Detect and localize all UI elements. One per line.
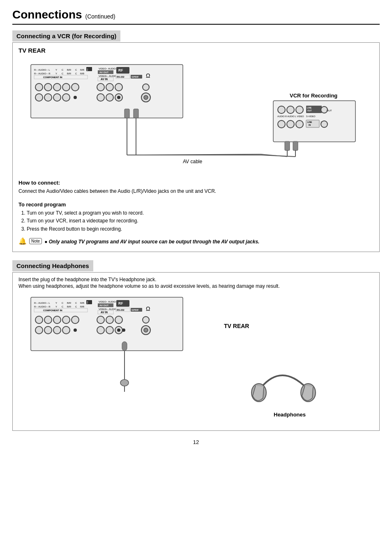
svg-text:R←AUDIO←R: R←AUDIO←R	[34, 305, 51, 308]
headphones-diagram: R←AUDIO←L Y C B/R C R/B 2 R←AUDIO←R Y C …	[18, 293, 372, 425]
svg-point-123	[97, 316, 104, 324]
vcr-diagram: R←AUDIO←L Y C B/R C R/B 2 R←AUDIO←R Y C …	[18, 56, 372, 176]
step-1: Turn on your TV, select a program you wi…	[27, 209, 374, 217]
svg-point-125	[115, 316, 122, 324]
svg-text:C: C	[75, 72, 77, 75]
svg-point-32	[35, 83, 43, 91]
headphones-diagram-svg: R←AUDIO←L Y C B/R C R/B 2 R←AUDIO←R Y C …	[18, 293, 372, 429]
svg-text:Ω: Ω	[146, 305, 150, 312]
page-number: 12	[12, 439, 380, 445]
svg-text:Ω: Ω	[146, 72, 150, 79]
svg-text:C: C	[62, 305, 64, 308]
svg-text:AUDIO R  AUDIO L  VIDEO: AUDIO R AUDIO L VIDEO	[277, 115, 304, 118]
svg-point-72	[278, 120, 285, 128]
svg-point-129	[53, 326, 61, 334]
svg-point-41	[35, 94, 43, 101]
svg-text:R←AUDIO←R: R←AUDIO←R	[34, 72, 51, 75]
svg-text:C: C	[62, 72, 64, 75]
svg-point-34	[53, 83, 61, 91]
svg-text:R/B: R/B	[80, 302, 84, 304]
svg-rect-52	[125, 109, 129, 118]
to-record-heading: To record program	[18, 201, 374, 208]
svg-point-132	[97, 326, 104, 334]
svg-point-43	[53, 94, 61, 101]
vcr-section: Connecting a VCR (for Recording) TV REAR…	[12, 30, 380, 252]
svg-point-122	[71, 316, 79, 324]
svg-text:R←AUDIO←L: R←AUDIO←L	[34, 69, 50, 71]
svg-text:B/R: B/R	[67, 69, 71, 71]
note-tag: Note	[29, 238, 42, 244]
svg-text:LINE: LINE	[307, 121, 312, 123]
svg-text:B/R: B/R	[67, 72, 71, 75]
vcr-section-header-row: Connecting a VCR (for Recording)	[12, 30, 380, 42]
svg-point-40	[143, 84, 149, 90]
svg-point-124	[106, 316, 113, 324]
vcr-diagram-svg: R←AUDIO←L Y C B/R C R/B 2 R←AUDIO←R Y C …	[18, 56, 372, 176]
svg-text:RF: RF	[118, 68, 123, 72]
note-icon: 🔔	[18, 237, 27, 245]
note-box: 🔔 Note Only analog TV programs and AV in…	[18, 237, 374, 246]
svg-text:AV OUT: AV OUT	[99, 71, 109, 74]
svg-point-73	[287, 120, 294, 128]
svg-text:C: C	[62, 302, 64, 304]
svg-point-131	[74, 328, 77, 332]
svg-text:Headphones: Headphones	[274, 412, 306, 418]
svg-text:COMPONENT IN: COMPONENT IN	[43, 309, 62, 312]
how-to-connect-text: Connect the Audio/Video cables between t…	[18, 187, 374, 195]
svg-text:B/R: B/R	[67, 305, 71, 308]
svg-rect-81	[293, 141, 298, 150]
svg-text:Y: Y	[55, 305, 57, 308]
svg-text:S-VIDEO: S-VIDEO	[306, 115, 316, 118]
svg-text:AV OUT: AV OUT	[99, 304, 109, 307]
svg-point-127	[35, 326, 43, 334]
svg-point-120	[53, 316, 61, 324]
svg-point-37	[97, 83, 104, 91]
svg-point-46	[97, 94, 104, 101]
svg-point-51	[117, 96, 120, 99]
svg-point-63	[287, 106, 294, 113]
svg-text:COMPONENT IN: COMPONENT IN	[43, 76, 62, 79]
svg-line-85	[261, 155, 295, 157]
svg-point-42	[44, 94, 52, 101]
svg-text:LINE: LINE	[307, 106, 312, 109]
headphones-section: Connecting Headphones Insert the plug of…	[12, 260, 380, 431]
svg-text:VCR for Recording: VCR for Recording	[290, 92, 337, 99]
steps-list: Turn on your TV, select a program you wi…	[27, 209, 374, 233]
svg-point-33	[44, 83, 52, 91]
svg-text:R←AUDIO←L: R←AUDIO←L	[34, 302, 50, 304]
svg-text:Y: Y	[55, 69, 57, 71]
svg-text:R/B: R/B	[80, 305, 84, 308]
headphones-desc-1: Insert the plug of the headphone into th…	[18, 277, 374, 282]
svg-text:OUT: OUT	[327, 109, 332, 112]
svg-text:S/PDIF: S/PDIF	[131, 309, 139, 311]
svg-point-142	[120, 379, 129, 386]
page-title-area: Connections (Continued)	[12, 8, 380, 25]
svg-text:B/R: B/R	[67, 302, 71, 304]
vcr-instructions: How to connect: Connect the Audio/Video …	[18, 180, 374, 246]
svg-point-118	[35, 316, 43, 324]
svg-point-47	[106, 94, 113, 101]
svg-text:AV IN: AV IN	[101, 78, 108, 81]
svg-text:AV cable: AV cable	[183, 159, 202, 164]
svg-point-64	[296, 106, 303, 113]
headphones-section-header-row: Connecting Headphones	[12, 260, 380, 271]
svg-text:C: C	[75, 305, 77, 308]
svg-point-128	[44, 326, 52, 334]
svg-point-126	[143, 317, 149, 323]
note-text: Only analog TV programs and AV input sou…	[44, 238, 259, 246]
svg-rect-80	[285, 141, 290, 150]
svg-point-45	[74, 96, 77, 99]
svg-text:RF: RF	[118, 301, 123, 305]
headphones-section-header: Connecting Headphones	[12, 260, 93, 271]
svg-text:Y: Y	[55, 72, 57, 75]
svg-text:TV REAR: TV REAR	[224, 323, 249, 329]
svg-point-130	[62, 326, 70, 334]
svg-rect-140	[122, 342, 127, 351]
svg-point-38	[106, 83, 113, 91]
headphones-section-box: Insert the plug of the headphone into th…	[12, 272, 380, 431]
svg-text:2: 2	[87, 68, 88, 71]
svg-text:C: C	[75, 302, 77, 304]
page-title-main: Connections	[12, 8, 82, 21]
svg-point-133	[106, 326, 113, 334]
svg-point-136	[144, 328, 148, 332]
